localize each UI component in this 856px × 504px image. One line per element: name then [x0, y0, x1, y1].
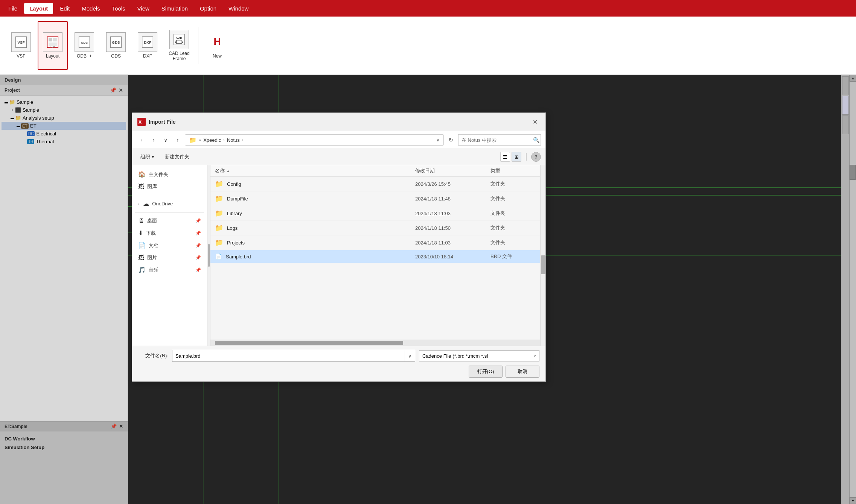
file-type-logs: 文件夹 [490, 225, 536, 231]
footer-actions: 打开(O) 取消 [138, 366, 539, 378]
h-scrollbar[interactable] [210, 340, 540, 346]
filetype-value: Cadence File (*.brd *.mcm *.si [422, 353, 488, 359]
back-button[interactable]: ‹ [137, 135, 146, 145]
menu-file[interactable]: File [3, 3, 23, 14]
nav-music-label: 音乐 [149, 267, 158, 273]
up-button[interactable]: ∨ [161, 135, 171, 145]
nav-downloads[interactable]: ⬇ 下载 📌 [132, 227, 207, 239]
svg-text:VSF: VSF [17, 40, 24, 44]
nav-onedrive[interactable]: › ☁ OneDrive [132, 197, 207, 210]
nav-vscrollbar[interactable] [207, 165, 210, 346]
gds-label: GDS [111, 53, 121, 59]
svg-text:LYT: LYT [50, 46, 55, 49]
open-button[interactable]: 打开(O) [469, 366, 503, 378]
refresh-button[interactable]: ↻ [446, 135, 456, 145]
dxf-label: DXF [143, 53, 152, 59]
nav-documents[interactable]: 📄 文档 📌 [132, 239, 207, 252]
menu-tools[interactable]: Tools [107, 3, 131, 14]
header-name[interactable]: 名称 ▲ [215, 167, 415, 174]
pin-documents-icon[interactable]: 📌 [195, 243, 201, 248]
filename-label: 文件名(N): [138, 352, 168, 359]
toolbar-btn-vsf[interactable]: VSF VSF [6, 21, 36, 70]
svg-text:GDS: GDS [112, 40, 120, 44]
search-input[interactable] [458, 134, 541, 146]
filename-dropdown-arrow[interactable]: ∨ [405, 350, 415, 361]
filename-input-wrapper: ∨ [172, 350, 415, 362]
help-button[interactable]: ? [531, 152, 541, 162]
path-dropdown-button[interactable]: ∨ [436, 137, 440, 143]
file-name-projects: Projects [227, 240, 415, 246]
folder-icon-dumpfile: 📁 [215, 194, 223, 203]
pin-music-icon[interactable]: 📌 [195, 267, 201, 273]
cancel-button[interactable]: 取消 [506, 366, 539, 378]
filename-input[interactable] [172, 350, 405, 361]
menu-view[interactable]: View [132, 3, 155, 14]
folder-icon-logs: 📁 [215, 224, 223, 232]
layout-icon: LYT [43, 32, 62, 52]
svg-rect-4 [53, 38, 57, 41]
menu-models[interactable]: Models [76, 3, 105, 14]
nav-music[interactable]: 🎵 音乐 📌 [132, 264, 207, 276]
folder-icon-projects: 📁 [215, 238, 223, 247]
music-icon: 🎵 [138, 266, 146, 273]
nav-divider-2 [135, 212, 204, 213]
file-date-library: 2024/1/18 11:03 [415, 211, 490, 216]
menu-bar: File Layout Edit Models Tools View Simul… [0, 0, 856, 17]
footer-filename-row: 文件名(N): ∨ Cadence File (*.brd *.mcm *.si… [138, 350, 539, 362]
organize-button[interactable]: 组织 ▾ [137, 152, 158, 162]
header-date[interactable]: 修改日期 [415, 167, 490, 174]
menu-layout[interactable]: Layout [24, 3, 53, 14]
file-item-projects[interactable]: 📁 Projects 2024/1/18 11:03 文件夹 [210, 235, 540, 250]
dialog-close-button[interactable]: ✕ [530, 117, 540, 127]
forward-button[interactable]: › [149, 135, 158, 145]
file-vscrollbar[interactable] [540, 165, 545, 346]
menu-option[interactable]: Option [195, 3, 222, 14]
search-icon-button[interactable]: 🔍 [533, 137, 539, 143]
gallery-icon: 🖼 [138, 183, 144, 190]
filetype-dropdown-arrow: ∨ [533, 354, 536, 358]
h-scroll-thumb [215, 341, 403, 345]
pin-desktop-icon[interactable]: 📌 [195, 218, 201, 223]
pin-pictures-icon[interactable]: 📌 [195, 255, 201, 260]
details-view-button[interactable]: ⊞ [512, 152, 521, 162]
new-folder-button[interactable]: 新建文件夹 [161, 152, 193, 162]
toolbar-btn-dxf[interactable]: DXF DXF [133, 21, 163, 70]
nav-desktop-label: 桌面 [147, 217, 157, 224]
menu-edit[interactable]: Edit [55, 3, 75, 14]
file-item-dumpfile[interactable]: 📁 DumpFile 2024/1/18 11:48 文件夹 [210, 191, 540, 206]
nav-divider-1 [135, 195, 204, 195]
file-date-config: 2024/3/26 15:45 [415, 181, 490, 187]
path-notus: Notus [227, 137, 240, 143]
nav-desktop[interactable]: 🖥 桌面 📌 [132, 215, 207, 227]
file-item-sample-brd[interactable]: 📄 Sample.brd 2023/10/10 18:14 BRD 文件 [210, 250, 540, 263]
filetype-dropdown[interactable]: Cadence File (*.brd *.mcm *.si ∨ [419, 350, 539, 361]
path-folder-icon: 📁 [189, 137, 196, 144]
menu-window[interactable]: Window [223, 3, 254, 14]
parent-dir-button[interactable]: ↑ [173, 135, 183, 145]
pictures-icon: 🖼 [138, 254, 144, 261]
address-path[interactable]: 📁 » Xpeedic › Notus › ∨ [185, 134, 444, 146]
path-chevron-2: › [223, 138, 225, 142]
toolbar-btn-leadframe[interactable]: CAD CAD LeadFrame [164, 21, 194, 70]
header-type-label: 类型 [490, 168, 500, 173]
file-type-config: 文件夹 [490, 181, 536, 187]
nav-pictures[interactable]: 🖼 图片 📌 [132, 252, 207, 264]
menu-simulation[interactable]: Simulation [156, 3, 193, 14]
file-date-projects: 2024/1/18 11:03 [415, 240, 490, 246]
folder-icon-config: 📁 [215, 180, 223, 188]
toolbar-btn-new[interactable]: H New [202, 21, 232, 70]
path-chevron-3: › [242, 138, 244, 142]
file-item-library[interactable]: 📁 Library 2024/1/18 11:03 文件夹 [210, 206, 540, 221]
list-view-button[interactable]: ☰ [500, 152, 510, 162]
file-item-config[interactable]: 📁 Config 2024/3/26 15:45 文件夹 [210, 177, 540, 191]
header-type[interactable]: 类型 [490, 167, 536, 174]
nav-home[interactable]: 🏠 主文件夹 [132, 168, 207, 181]
file-item-logs[interactable]: 📁 Logs 2024/1/18 11:50 文件夹 [210, 221, 540, 235]
toolbar-btn-gds[interactable]: GDS GDS [101, 21, 131, 70]
dialog-toolbar: 组织 ▾ 新建文件夹 ☰ ⊞ ? [132, 149, 545, 165]
file-type-projects: 文件夹 [490, 239, 536, 246]
toolbar-btn-odb[interactable]: ODB ODB++ [69, 21, 99, 70]
pin-downloads-icon[interactable]: 📌 [195, 231, 201, 236]
toolbar-btn-layout[interactable]: LYT Layout [38, 21, 68, 70]
nav-gallery[interactable]: 🖼 图库 [132, 181, 207, 193]
